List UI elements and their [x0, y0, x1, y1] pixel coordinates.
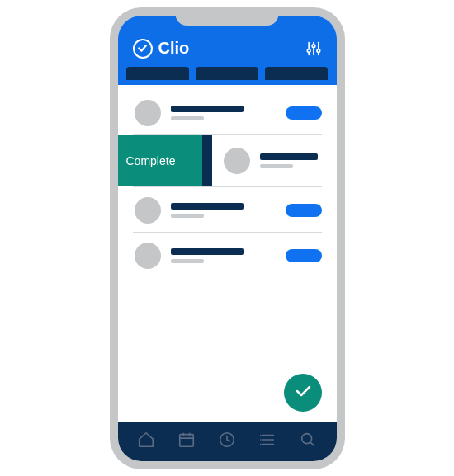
subtitle-placeholder	[171, 116, 204, 120]
list-item[interactable]	[118, 233, 337, 277]
item-text	[171, 248, 286, 263]
brand: Clio	[133, 39, 190, 59]
nav-list[interactable]	[257, 431, 278, 452]
item-text	[260, 153, 322, 168]
phone-frame: Clio	[110, 7, 345, 469]
calendar-icon	[177, 431, 196, 452]
nav-home[interactable]	[135, 431, 157, 452]
title-placeholder	[260, 153, 318, 160]
avatar	[224, 148, 250, 174]
home-icon	[137, 431, 155, 452]
swipe-accent	[202, 135, 212, 186]
title-placeholder	[171, 203, 244, 210]
list-item[interactable]	[118, 187, 337, 232]
tab-2[interactable]	[196, 67, 258, 80]
swipe-complete-label: Complete	[126, 154, 176, 167]
tab-bar	[118, 67, 337, 85]
status-pill[interactable]	[286, 204, 322, 217]
avatar	[135, 197, 161, 224]
svg-point-5	[317, 49, 320, 52]
item-text	[171, 106, 286, 120]
svg-point-4	[312, 44, 315, 47]
nav-search[interactable]	[297, 431, 319, 452]
clock-icon	[218, 431, 236, 452]
title-placeholder	[171, 248, 244, 255]
item-text	[171, 203, 286, 218]
swipe-complete-button[interactable]: Complete	[118, 135, 212, 186]
status-pill[interactable]	[286, 249, 322, 262]
check-icon	[293, 381, 313, 404]
search-icon	[299, 431, 317, 452]
list-item-swiped[interactable]: Complete	[118, 135, 337, 186]
bottom-nav	[118, 422, 337, 461]
tab-3[interactable]	[265, 67, 328, 80]
list-icon	[258, 431, 277, 452]
fab-complete-button[interactable]	[284, 374, 322, 412]
svg-point-3	[307, 49, 310, 52]
title-placeholder	[171, 106, 244, 112]
avatar	[135, 100, 161, 126]
nav-calendar[interactable]	[176, 431, 197, 452]
tab-1[interactable]	[126, 67, 189, 80]
svg-line-18	[310, 442, 314, 445]
subtitle-placeholder	[171, 214, 204, 218]
brand-logo-icon	[133, 39, 153, 59]
avatar	[135, 243, 161, 269]
status-pill[interactable]	[286, 106, 322, 120]
brand-name: Clio	[158, 39, 190, 58]
subtitle-placeholder	[171, 259, 204, 263]
app-screen: Clio	[118, 16, 337, 461]
device-notch	[176, 7, 279, 26]
task-list: Complete	[118, 85, 337, 422]
svg-rect-6	[180, 434, 194, 446]
subtitle-placeholder	[260, 164, 293, 168]
nav-clock[interactable]	[216, 431, 238, 452]
list-item[interactable]	[118, 90, 337, 134]
sliders-icon[interactable]	[305, 40, 322, 57]
